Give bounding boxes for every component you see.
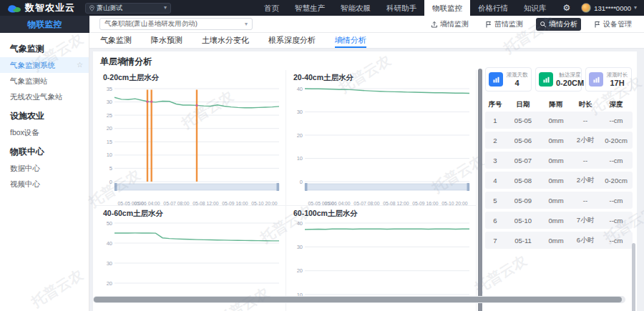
topnav-item[interactable]: 首页 <box>256 0 287 16</box>
table-cell: 3 <box>485 157 505 164</box>
table-cell: -- <box>571 157 600 164</box>
chart-title: 40-60cm土层水分 <box>103 209 286 219</box>
horizontal-scrollbar[interactable] <box>93 296 625 303</box>
top-nav: 首页智慧生产智能农服科研助手物联监控价格行情知识库 <box>256 0 555 16</box>
svg-text:20: 20 <box>107 280 112 287</box>
table-row[interactable]: 105-050mm----cm <box>485 112 633 129</box>
svg-text:30: 30 <box>297 109 303 115</box>
svg-text:05-07 08:00: 05-07 08:00 <box>163 201 190 206</box>
table-cell: 6 <box>485 217 505 224</box>
table-cell: 0mm <box>541 197 571 204</box>
tab-item[interactable]: 气象监测 <box>100 33 132 48</box>
table-scrollbar-thumb[interactable] <box>632 243 635 311</box>
irrigation-table: 序号日期降雨时长深度105-050mm----cm205-060mm2小时0-2… <box>485 97 633 249</box>
topnav-item[interactable]: 智慧生产 <box>287 0 333 16</box>
table-row[interactable]: 605-100mm7小时--cm <box>485 212 633 229</box>
table-cell: 7小时 <box>571 216 600 225</box>
analysis-panel: 单层墒情分析 0-20cm土层水分0510152025303505-05 00:… <box>93 51 637 311</box>
tab-item[interactable]: 墒情分析 <box>335 33 366 48</box>
topnav-item[interactable]: 科研助手 <box>379 0 424 16</box>
svg-text:05-07 08:00: 05-07 08:00 <box>353 201 380 206</box>
action-button[interactable]: 墒情分析 <box>536 18 581 31</box>
device-icon <box>594 21 601 28</box>
svg-text:10: 10 <box>107 152 112 158</box>
page-title: 单层墒情分析 <box>100 56 152 68</box>
star-icon[interactable]: ☆ <box>77 57 83 73</box>
action-buttons: 墒情监测苗情监测墒情分析设备管理 <box>427 18 635 31</box>
sidebar-item[interactable]: fbox设备 <box>0 124 89 140</box>
user-menu[interactable]: 131****0000 ▾ <box>577 3 644 13</box>
charts-grid: 0-20cm土层水分0510152025303505-05 00:0005-06… <box>96 70 477 311</box>
topnav-item[interactable]: 智能农服 <box>333 0 379 16</box>
sidebar-item-label: 无线农业气象站 <box>10 89 83 104</box>
table-cell: --cm <box>600 237 633 245</box>
location-pin-icon <box>89 5 94 11</box>
chart-title: 20-40cm土层水分 <box>293 73 476 83</box>
horizontal-scrollbar-thumb[interactable] <box>94 297 622 302</box>
datazoom-slider[interactable] <box>305 183 469 191</box>
table-cell: 0mm <box>541 177 571 184</box>
table-row[interactable]: 405-080mm2小时0-20cm <box>485 172 633 189</box>
chart-cell: 60-100cm土层水分10203040 <box>286 206 477 311</box>
bar-chart-icon <box>489 72 503 87</box>
sidebar-item-label: 视频中心 <box>10 176 83 192</box>
sub-header: 物联监控 气象职能(萧山基地研发用勿动) ▾ 墒情监测苗情监测墒情分析设备管理 <box>0 16 644 33</box>
station-select[interactable]: 气象职能(萧山基地研发用勿动) ▾ <box>99 18 253 30</box>
topnav-item[interactable]: 知识库 <box>516 0 555 16</box>
soil-moisture-chart: 0510152025303505-05 00:0005-06 04:0005-0… <box>103 84 282 207</box>
vertical-scrollbar-thumb[interactable] <box>478 69 482 311</box>
location-select[interactable]: 萧山测试 ▾ <box>85 3 171 14</box>
svg-text:05-06 04:00: 05-06 04:00 <box>324 201 351 206</box>
table-row[interactable]: 205-060mm2小时0-20cm <box>485 132 633 149</box>
tab-item[interactable]: 根系深度分析 <box>268 33 316 48</box>
stat-label: 触达深度 <box>556 71 584 79</box>
sidebar-item[interactable]: 气象监测站 <box>0 73 89 89</box>
action-button-label: 苗情监测 <box>494 19 523 29</box>
sidebar-item[interactable]: 气象监测系统☆ <box>0 57 89 73</box>
vertical-scrollbar[interactable] <box>478 69 482 311</box>
chart-cell: 40-60cm土层水分20304050 <box>96 206 286 311</box>
topnav-item[interactable]: 价格行情 <box>470 0 516 16</box>
table-cell: 05-07 <box>505 157 541 164</box>
svg-text:05-09 16:00: 05-09 16:00 <box>222 201 248 206</box>
action-button-label: 设备管理 <box>603 19 632 29</box>
stat-value: 0-20CM <box>556 79 584 87</box>
table-cell: 0mm <box>541 217 571 224</box>
table-row[interactable]: 705-110mm6小时--cm <box>485 232 633 249</box>
svg-text:0: 0 <box>109 179 112 185</box>
avatar <box>581 3 591 13</box>
gear-icon[interactable]: ⚙ <box>562 0 570 16</box>
bar-chart-icon <box>539 72 553 87</box>
action-button[interactable]: 墒情监测 <box>427 18 472 31</box>
table-cell: 05-10 <box>505 217 541 224</box>
table-row[interactable]: 305-070mm----cm <box>485 152 633 169</box>
action-button-label: 墒情分析 <box>549 19 577 29</box>
table-header-row: 序号日期降雨时长深度 <box>485 97 633 112</box>
stat-value: 4 <box>506 79 528 87</box>
sidebar-section-header: 气象监测 <box>0 40 89 57</box>
svg-text:05-06 04:00: 05-06 04:00 <box>134 201 160 206</box>
sidebar-item[interactable]: 无线农业气象站 <box>0 89 89 104</box>
svg-text:20: 20 <box>107 125 112 132</box>
table-header-cell: 序号 <box>485 100 505 109</box>
sidebar-item[interactable]: 视频中心 <box>0 176 89 192</box>
table-header-cell: 时长 <box>571 100 600 109</box>
table-cell: 0-20cm <box>600 177 633 184</box>
tab-item[interactable]: 降水预测 <box>151 33 182 48</box>
flag-icon <box>485 21 492 28</box>
topnav-item[interactable]: 物联监控 <box>424 0 470 16</box>
table-row[interactable]: 505-090mm----cm <box>485 192 633 209</box>
svg-text:05-08 12:00: 05-08 12:00 <box>192 201 219 206</box>
tab-item[interactable]: 土壤水分变化 <box>202 33 249 48</box>
chart-cell: 20-40cm土层水分01020304005-05 00:0005-06 04:… <box>286 70 477 206</box>
chart-title: 60-100cm土层水分 <box>293 209 476 219</box>
sidebar-item[interactable]: 数据中心 <box>0 160 89 176</box>
datazoom-slider[interactable] <box>114 183 279 191</box>
table-cell: --cm <box>600 197 633 204</box>
chart-cell: 0-20cm土层水分0510152025303505-05 00:0005-06… <box>96 70 286 206</box>
stat-texts: 灌溉时长17H <box>606 71 628 87</box>
chart-title: 0-20cm土层水分 <box>103 73 286 83</box>
action-button[interactable]: 苗情监测 <box>482 18 527 31</box>
action-button[interactable]: 设备管理 <box>590 18 635 31</box>
stat-texts: 触达深度0-20CM <box>556 71 584 87</box>
